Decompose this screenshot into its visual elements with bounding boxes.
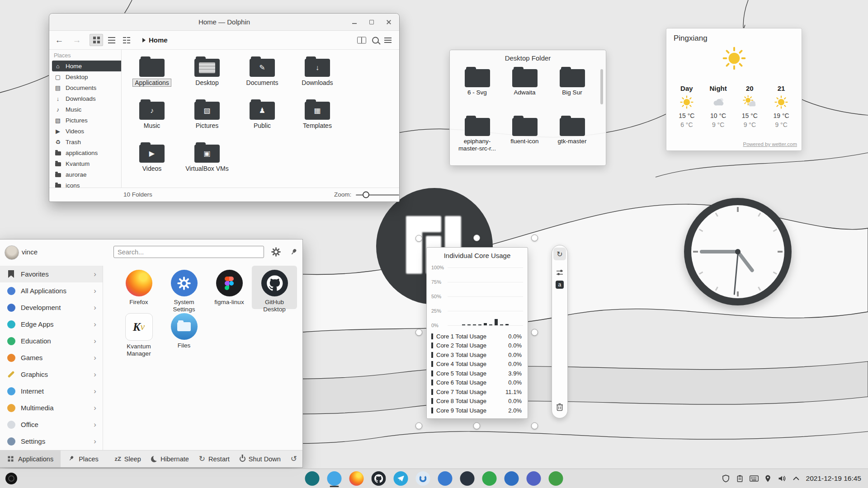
category-settings[interactable]: Settings› bbox=[0, 433, 103, 450]
task-icon-github-desktop[interactable] bbox=[372, 471, 386, 486]
places-item-videos[interactable]: ▶Videos bbox=[49, 126, 121, 136]
folder-item-desktop[interactable]: Desktop bbox=[179, 56, 235, 99]
app-figma-linux[interactable]: figma-linux bbox=[207, 266, 252, 309]
desktop-item-epiphany-master-src-r[interactable]: epiphany-master-src-r... bbox=[453, 115, 501, 164]
resize-handle[interactable] bbox=[473, 422, 480, 429]
places-item-documents[interactable]: ▤Documents bbox=[49, 82, 121, 93]
session-restart[interactable]: ↻Restart bbox=[199, 455, 230, 463]
places-item-downloads[interactable]: ↓Downloads bbox=[49, 93, 121, 104]
category-multimedia[interactable]: Multimedia› bbox=[0, 399, 103, 416]
icons-view-button[interactable] bbox=[90, 34, 103, 46]
compact-view-button[interactable] bbox=[120, 34, 133, 46]
places-item-applications[interactable]: applications bbox=[49, 147, 121, 158]
places-item-desktop[interactable]: ▢Desktop bbox=[49, 71, 121, 82]
keyboard-icon[interactable] bbox=[750, 474, 759, 483]
session-hibernate[interactable]: Hibernate bbox=[151, 455, 189, 463]
resize-handle[interactable] bbox=[473, 235, 480, 241]
search-button[interactable] bbox=[369, 37, 381, 43]
back-button[interactable]: ← bbox=[53, 35, 65, 45]
panel-up-icon[interactable] bbox=[792, 474, 801, 483]
places-item-music[interactable]: ♪Music bbox=[49, 104, 121, 115]
weather-credit[interactable]: Powered by wetter.com bbox=[743, 141, 797, 147]
category-office[interactable]: Office› bbox=[0, 416, 103, 433]
location-icon[interactable] bbox=[764, 474, 773, 483]
clipboard-icon[interactable] bbox=[736, 474, 745, 483]
resize-handle[interactable] bbox=[531, 235, 538, 241]
close-button[interactable] bbox=[386, 19, 392, 25]
resize-handle[interactable] bbox=[531, 329, 538, 336]
list-view-button[interactable] bbox=[105, 34, 118, 46]
task-icon-telegram[interactable] bbox=[394, 471, 408, 486]
category-games[interactable]: Games› bbox=[0, 349, 103, 366]
zoom-slider-handle[interactable] bbox=[363, 192, 369, 198]
task-icon-app-green[interactable] bbox=[482, 471, 497, 486]
app-kvantum-manager[interactable]: KvKvantum Manager bbox=[116, 309, 161, 352]
resize-handle[interactable] bbox=[415, 422, 422, 429]
category-favorites[interactable]: Favorites› bbox=[0, 266, 103, 282]
category-education[interactable]: Education› bbox=[0, 333, 103, 349]
app-github-desktop[interactable]: GitHub Desktop bbox=[252, 266, 297, 309]
desktop-item-big-sur[interactable]: Big Sur bbox=[548, 66, 596, 115]
user-avatar[interactable] bbox=[5, 245, 19, 260]
task-icon-station[interactable] bbox=[305, 471, 320, 486]
pin-icon[interactable] bbox=[289, 248, 298, 257]
split-view-button[interactable] bbox=[356, 37, 368, 43]
panel-clock[interactable]: 2021-12-19 16:45 bbox=[806, 474, 861, 483]
maximize-button[interactable] bbox=[368, 19, 375, 25]
folder-item-music[interactable]: ♪Music bbox=[124, 99, 179, 142]
folder-item-virtualbox-vms[interactable]: ▣VirtualBox VMs bbox=[179, 142, 235, 185]
menu-button[interactable] bbox=[382, 38, 394, 43]
delete-widget-button[interactable] bbox=[556, 403, 564, 413]
settings-gear-icon[interactable] bbox=[271, 247, 281, 257]
task-icon-falkon[interactable] bbox=[416, 471, 430, 486]
app-launcher-button[interactable] bbox=[5, 473, 17, 484]
tab-applications[interactable]: Applications bbox=[0, 450, 61, 467]
minimize-button[interactable] bbox=[351, 19, 358, 25]
dolphin-titlebar[interactable]: Home — Dolphin bbox=[49, 14, 399, 31]
places-item-aurorae[interactable]: aurorae bbox=[49, 169, 121, 180]
task-icon-app-indigo[interactable] bbox=[527, 471, 541, 486]
desktop-item-6-svg[interactable]: 6 - Svg bbox=[453, 66, 501, 115]
app-system-settings[interactable]: System Settings bbox=[161, 266, 207, 309]
folder-item-public[interactable]: ♟Public bbox=[235, 99, 290, 142]
folder-item-videos[interactable]: ▶Videos bbox=[124, 142, 179, 185]
desktop-folder-scrollbar[interactable] bbox=[600, 69, 603, 104]
places-item-icons[interactable]: icons bbox=[49, 180, 121, 188]
resize-handle[interactable] bbox=[415, 235, 422, 242]
places-item-home[interactable]: ⌂Home bbox=[52, 61, 121, 71]
category-edge-apps[interactable]: Edge Apps› bbox=[0, 316, 103, 333]
task-icon-inkscape[interactable] bbox=[460, 471, 475, 486]
app-firefox[interactable]: Firefox bbox=[116, 266, 161, 309]
category-development[interactable]: Development› bbox=[0, 299, 103, 316]
resize-handle[interactable] bbox=[415, 329, 422, 336]
category-graphics[interactable]: Graphics› bbox=[0, 366, 103, 383]
folder-item-templates[interactable]: ▦Templates bbox=[290, 99, 345, 142]
configure-button[interactable] bbox=[557, 270, 563, 275]
desktop-item-fluent-icon[interactable]: fluent-icon bbox=[501, 115, 548, 164]
session-shut-down[interactable]: Shut Down bbox=[240, 455, 281, 463]
folder-item-documents[interactable]: ✎Documents bbox=[235, 56, 290, 99]
places-item-pictures[interactable]: ▧Pictures bbox=[49, 115, 121, 126]
desktop-item-adwaita[interactable]: Adwaita bbox=[501, 66, 548, 115]
desktop-item-gtk-master[interactable]: gtk-master bbox=[548, 115, 596, 164]
session-leave[interactable]: ↺ bbox=[291, 455, 297, 463]
tab-places[interactable]: Places bbox=[61, 450, 106, 467]
folder-item-pictures[interactable]: ▧Pictures bbox=[179, 99, 235, 142]
session-sleep[interactable]: zZSleep bbox=[114, 455, 141, 463]
folder-item-applications[interactable]: Applications bbox=[124, 56, 179, 99]
refresh-button[interactable]: ↻ bbox=[553, 248, 566, 260]
task-icon-app-blue[interactable] bbox=[438, 471, 453, 486]
zoom-slider[interactable] bbox=[356, 194, 399, 196]
breadcrumb[interactable]: Home bbox=[142, 31, 168, 49]
volume-icon[interactable] bbox=[778, 474, 787, 483]
task-icon-chromium-blue[interactable] bbox=[327, 471, 342, 486]
task-icon-firefox[interactable] bbox=[349, 471, 364, 486]
task-icon-app-blue-2[interactable] bbox=[505, 471, 519, 486]
search-input[interactable] bbox=[113, 246, 264, 258]
task-icon-app-green-2[interactable] bbox=[549, 471, 563, 486]
category-all-applications[interactable]: All Applications› bbox=[0, 282, 103, 299]
category-internet[interactable]: Internet› bbox=[0, 383, 103, 399]
forward-button[interactable]: → bbox=[71, 35, 83, 45]
app-files[interactable]: Files bbox=[161, 309, 207, 352]
places-item-trash[interactable]: ♻Trash bbox=[49, 136, 121, 147]
